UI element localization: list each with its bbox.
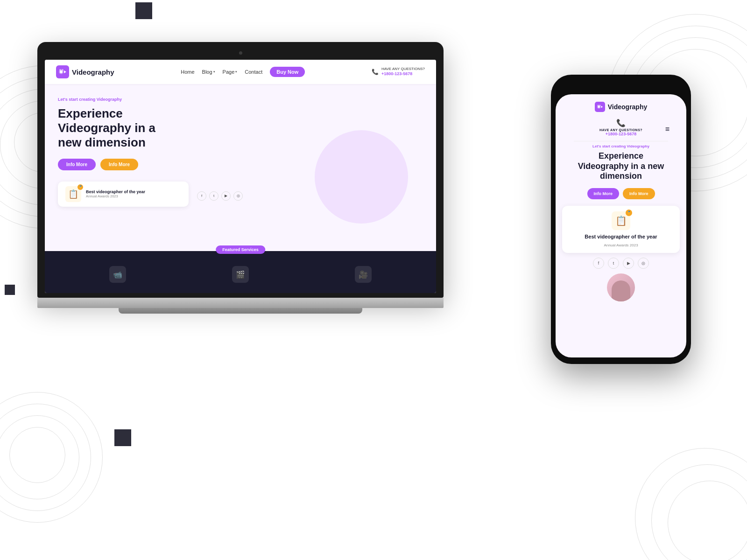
nav-link-home[interactable]: Home [181,69,194,75]
award-card: 📋 🏅 Best videographer of the year Annual… [58,182,189,207]
phone-award-subtitle: Annual Awards 2023 [604,243,638,247]
decorative-square-3 [5,285,15,295]
circle-ring-br-2 [651,464,747,560]
nav-link-contact[interactable]: Contact [245,69,262,75]
phone-social-youtube[interactable]: ▶ [623,258,634,269]
phone-hero-buttons: Info More Info More [562,188,680,199]
phone-divider [574,141,668,141]
circle-ring-bl-4 [9,427,65,483]
laptop-camera-dot [239,51,242,55]
avatar-inner [607,273,635,301]
phone-notch [602,83,640,91]
phone-social-twitter[interactable]: t [608,258,619,269]
laptop-screen-outer: Videography Home Blog ▾ Page ▾ Contact B… [37,42,444,298]
phone-mockup: Videography ≡ 📞 HAVE ANY QUESTIONS? +180… [551,75,691,364]
laptop-body: Videography Home Blog ▾ Page ▾ Contact B… [37,42,444,314]
phone-number: +1800-123-5678 [606,132,636,136]
award-icon: 📋 🏅 [65,186,81,202]
laptop-camera-bar [45,49,436,57]
laptop-nav-links: Home Blog ▾ Page ▾ Contact Buy Now [181,67,305,77]
service-icon-1: 📹 [109,266,126,283]
social-facebook[interactable]: f [197,191,206,201]
featured-badge: Featured Services [216,245,265,254]
phone-notch-area [556,81,686,92]
award-text: Best videographer of the year Annual Awa… [86,189,181,198]
laptop-base [37,298,444,308]
hero-btn-info-more-2[interactable]: Info More [100,159,138,170]
phone-contact-info: HAVE ANY QUESTIONS? +1800-123-5678 [381,67,425,77]
award-img: 📋 [68,189,78,199]
phone-social-instagram[interactable]: ◎ [638,258,649,269]
buy-now-button[interactable]: Buy Now [270,67,305,77]
blog-dropdown-icon: ▾ [213,70,215,74]
circle-ring-bl-3 [0,415,79,499]
phone-have-questions: HAVE ANY QUESTIONS? [599,128,642,132]
services-bar: Featured Services 📹 🎬 🎥 [45,251,436,293]
phone-hero-title: Experience Videography in a new dimensio… [562,151,680,182]
laptop-navbar: Videography Home Blog ▾ Page ▾ Contact B… [45,60,436,84]
phone-content: Videography ≡ 📞 HAVE ANY QUESTIONS? +180… [556,94,686,357]
laptop-logo-text: Videography [72,68,114,76]
social-icons: f t ▶ ◎ [197,191,243,201]
services-icons-row: 📹 🎬 🎥 [56,251,425,293]
page-dropdown-icon: ▾ [235,70,237,74]
phone-award-title: Best videographer of the year [585,234,657,239]
service-item-2: 🎬 [232,266,249,283]
circle-ring-br-3 [668,481,747,560]
service-item-3: 🎥 [355,266,372,283]
phone-hero-subtitle: Let's start creating Videography [562,144,680,148]
decorative-square-1 [135,2,152,19]
phone-hamburger-icon[interactable]: ≡ [665,125,669,133]
phone-phone-section: 📞 HAVE ANY QUESTIONS? +1800-123-5678 [562,119,680,136]
award-title: Best videographer of the year [86,189,181,194]
phone-social-icons: f t ▶ ◎ [562,258,680,269]
circle-ring-br-1 [635,448,747,560]
phone-btn-info-more-1[interactable]: Info More [587,188,620,199]
laptop-foot [119,308,362,314]
service-icon-2: 🎬 [232,266,249,283]
laptop-nav-phone: 📞 HAVE ANY QUESTIONS? +1800-123-5678 [372,67,425,77]
laptop-hero-section: Let's start creating Videography Experie… [45,84,436,251]
social-twitter[interactable]: t [209,191,218,201]
laptop-logo-icon [56,65,69,78]
phone-btn-info-more-2[interactable]: Info More [623,188,655,199]
phone-award-img: 📋 [615,215,627,226]
social-instagram[interactable]: ◎ [233,191,243,201]
phone-navbar: Videography ≡ [562,102,680,115]
laptop-mockup: Videography Home Blog ▾ Page ▾ Contact B… [37,42,444,341]
svg-point-6 [597,105,599,106]
service-icon-3: 🎥 [355,266,372,283]
avatar-body [612,280,630,301]
hero-decorative-circle [315,130,408,224]
laptop-screen: Videography Home Blog ▾ Page ▾ Contact B… [45,60,436,293]
circle-ring-bl-1 [0,392,103,523]
phone-bottom-avatar [562,273,680,301]
hero-title: Experience Videography in a new dimensio… [58,106,217,150]
social-youtube[interactable]: ▶ [221,191,231,201]
phone-ribbon-badge: 🏅 [626,210,632,216]
phone-body: Videography ≡ 📞 HAVE ANY QUESTIONS? +180… [551,75,691,364]
svg-point-3 [62,69,63,71]
nav-link-page[interactable]: Page ▾ [223,69,238,75]
ribbon-badge: 🏅 [78,184,83,190]
phone-social-facebook[interactable]: f [593,258,604,269]
phone-award-card: 📋 🏅 Best videographer of the year Annual… [562,206,680,253]
phone-logo-text: Videography [608,103,648,111]
phone-logo-icon [595,102,605,112]
laptop-nav-logo[interactable]: Videography [56,65,114,78]
hero-btn-info-more-1[interactable]: Info More [58,159,96,170]
phone-phone-icon: 📞 [616,119,626,127]
avatar-circle [607,273,635,301]
circle-ring-bl-2 [0,404,91,511]
svg-point-7 [599,105,600,106]
award-subtitle: Annual Awards 2023 [86,194,181,198]
svg-point-2 [59,69,61,71]
phone-screen: Videography ≡ 📞 HAVE ANY QUESTIONS? +180… [556,94,686,357]
nav-link-blog[interactable]: Blog ▾ [202,69,215,75]
decorative-square-4 [114,429,131,446]
phone-award-icon: 📋 🏅 [612,211,630,230]
laptop-website-content: Videography Home Blog ▾ Page ▾ Contact B… [45,60,436,293]
phone-icon: 📞 [372,69,379,75]
hero-subtitle: Let's start creating Videography [58,97,423,102]
service-item-1: 📹 [109,266,126,283]
